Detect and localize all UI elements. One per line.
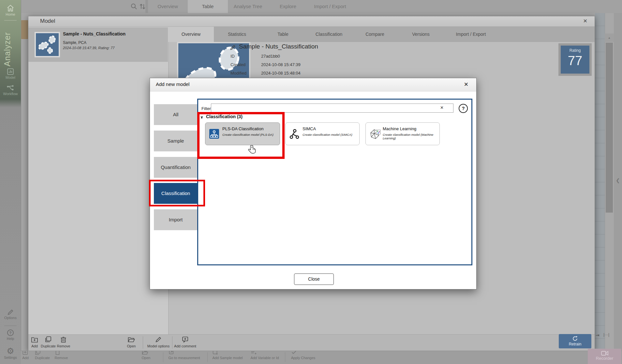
video-camera-icon [601, 351, 608, 356]
remove-button[interactable]: Remove [57, 336, 70, 348]
category-button-quantification[interactable]: Quantification [154, 157, 198, 178]
sidebar-item-settings[interactable]: ⚙ Settings [0, 346, 21, 359]
apply-changes-button[interactable]: Apply Changes [291, 351, 316, 360]
edit-pencil-icon[interactable] [230, 44, 236, 50]
detail-row-label: ID [230, 54, 235, 59]
button-label: Apply Changes [291, 356, 316, 360]
window-titlebar[interactable]: Model ✕ [28, 16, 595, 27]
retrain-button[interactable]: Retrain [559, 334, 591, 348]
model-type-card-simca[interactable]: SIMCA Create classification model (SIMCA… [285, 122, 360, 145]
model-item-subtitle: Sample, PCA [63, 40, 86, 45]
scroll-up-arrow-icon[interactable]: ▲ [605, 34, 614, 42]
sidebar-item-model[interactable]: Model [0, 68, 21, 79]
sidebar-item-help[interactable]: ? Help [0, 329, 21, 341]
app-root: ▲ ❮ ⇥ |···| Overview Table Analyse Tree … [0, 0, 622, 364]
window-title: Model [40, 18, 55, 24]
toolbar-divider [207, 352, 208, 362]
category-button-import[interactable]: Import [154, 209, 198, 230]
model-options-button[interactable]: Model options [147, 336, 170, 348]
sidebar-item-home[interactable]: Home [0, 4, 21, 16]
sidebar-item-options[interactable]: Options [0, 309, 21, 320]
model-tab-table[interactable]: Table [260, 27, 306, 42]
filter-label: Filter [201, 106, 211, 111]
nuts-thumbnail-icon [36, 33, 59, 56]
open-button[interactable]: Open [127, 336, 136, 348]
tab-analyse-tree[interactable]: Analyse Tree [228, 0, 268, 13]
button-label: Add Variable or Id [250, 356, 279, 360]
tab-overview[interactable]: Overview [148, 0, 188, 13]
sidebar-item-label: Options [0, 316, 21, 320]
tab-explore[interactable]: Explore [268, 0, 308, 13]
vertical-scrollbar-thumb[interactable] [606, 43, 613, 213]
sort-arrows-icon[interactable] [139, 3, 146, 10]
model-tab-overview[interactable]: Overview [168, 27, 214, 42]
add-sample-model-button[interactable]: Add Sample model [213, 351, 243, 360]
card-title: Machine Learning [383, 126, 416, 131]
home-icon [6, 4, 15, 12]
model-detail-title: Sample - Nuts_Classification [239, 43, 318, 50]
model-type-card-machine-learning[interactable]: Machine Learning Create classification m… [365, 122, 440, 145]
close-icon[interactable]: ✕ [464, 81, 468, 88]
top-tab-bar: Overview Table Analyse Tree Explore Impo… [21, 0, 622, 13]
add-new-model-dialog: Add new model ✕ All Sample Quantificatio… [150, 78, 477, 289]
sidebar-divider [4, 326, 17, 326]
model-window-toolbar: Add Duplicate Remove [28, 334, 595, 351]
sidebar-item-workflow[interactable]: Workflow [0, 85, 21, 96]
tab-table[interactable]: Table [188, 0, 228, 13]
go-to-measurement-button[interactable]: Go to measurement [168, 351, 200, 360]
remove-button[interactable]: Remove [55, 351, 68, 360]
duplicate-button[interactable]: Duplicate [41, 336, 56, 348]
detail-row-value: 2024-10-08 15:48:04 [261, 71, 301, 76]
detail-row-label: Created [230, 62, 245, 67]
help-icon[interactable]: ? [459, 104, 468, 113]
model-tab-import-export[interactable]: Import / Export [444, 27, 498, 42]
collapse-panel-chevron-icon[interactable]: ❮ [616, 177, 620, 183]
category-button-sample[interactable]: Sample [154, 131, 198, 151]
gear-icon: ⚙ [0, 346, 21, 356]
filter-input[interactable] [211, 104, 453, 113]
category-button-all[interactable]: All [154, 104, 198, 125]
detail-row-value: 2024-10-08 15:47:39 [261, 62, 301, 67]
button-label: Model options [147, 344, 170, 348]
card-description: Create classification model (SIMCA) [303, 133, 356, 136]
model-tab-classification[interactable]: Classification [306, 27, 352, 42]
button-label: Remove [57, 344, 70, 348]
add-button[interactable]: Add [31, 336, 38, 348]
background-table-rows [595, 13, 605, 351]
button-label: Add Sample model [213, 356, 243, 360]
button-label: Add [31, 344, 38, 348]
highlight-box-classification-button [149, 180, 205, 206]
tab-jump-icon[interactable]: ⇥ [596, 332, 600, 338]
sidebar-item-analyzer[interactable]: Analyzer [3, 24, 12, 66]
recorder-button[interactable]: Recorder [588, 349, 621, 364]
add-variable-or-id-button[interactable]: Add Variable or Id [250, 351, 279, 360]
duplicate-button[interactable]: Duplicate [35, 351, 50, 360]
clear-filter-icon[interactable]: ✕ [440, 105, 444, 110]
model-tab-statistics[interactable]: Statistics [214, 27, 260, 42]
add-comment-button[interactable]: Add comment [174, 336, 196, 348]
button-label: Add comment [174, 344, 196, 348]
model-list-panel: Sample - Nuts_Classification Sample, PCA… [28, 27, 169, 351]
card-description: Create classification model (Machine Lea… [383, 133, 437, 140]
comment-plus-icon [181, 336, 189, 343]
range-select-icon[interactable]: |···| [603, 332, 609, 337]
dialog-titlebar[interactable]: Add new model ✕ [150, 78, 476, 91]
model-tab-compare[interactable]: Compare [352, 27, 398, 42]
close-dialog-button[interactable]: Close [294, 273, 334, 285]
search-icon[interactable] [130, 3, 138, 10]
sidebar-item-label: Settings [0, 356, 21, 359]
sidebar-item-label: Workflow [0, 92, 21, 96]
open-button[interactable]: Open [142, 351, 151, 360]
pencil-icon [155, 336, 162, 343]
model-thumbnail [35, 32, 60, 57]
tab-import-export[interactable]: Import / Export [308, 0, 352, 13]
button-label: Open [127, 344, 136, 348]
list-item[interactable]: Sample - Nuts_Classification Sample, PCA… [28, 27, 168, 62]
trash-icon [60, 336, 67, 343]
model-tab-versions[interactable]: Versions [398, 27, 444, 42]
add-button[interactable]: Add [22, 351, 29, 360]
rating-value: 77 [561, 53, 589, 68]
toolbar-divider [172, 336, 172, 349]
close-icon[interactable]: ✕ [583, 18, 587, 24]
help-icon: ? [7, 329, 14, 337]
